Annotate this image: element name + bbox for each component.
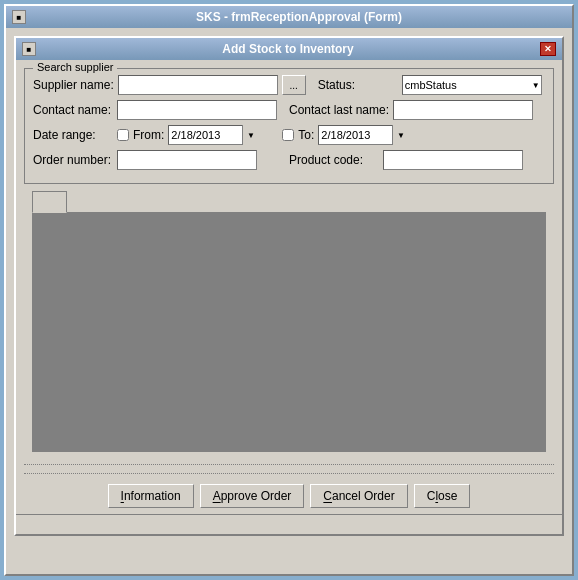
close-label: Close xyxy=(427,489,458,503)
contact-row: Contact name: Contact last name: xyxy=(33,100,545,120)
contact-last-input[interactable] xyxy=(393,100,533,120)
order-label: Order number: xyxy=(33,153,113,167)
inner-title-text: Add Stock to Inventory xyxy=(42,42,534,56)
tab-area xyxy=(32,190,546,452)
order-row: Order number: Product code: xyxy=(33,150,545,170)
status-select[interactable]: cmbStatus xyxy=(402,75,542,95)
dotted-separator xyxy=(24,464,554,474)
date-range-label: Date range: xyxy=(33,128,113,142)
approve-order-label: Approve Order xyxy=(213,489,292,503)
contact-last-label: Contact last name: xyxy=(289,103,389,117)
close-button[interactable]: Close xyxy=(414,484,471,508)
inner-title-bar: ■ Add Stock to Inventory ✕ xyxy=(16,38,562,60)
outer-window-icon: ■ xyxy=(12,10,26,24)
button-row: Information Approve Order Cancel Order C… xyxy=(16,478,562,514)
from-date-dropdown-icon[interactable]: ▼ xyxy=(242,125,258,145)
inner-window-icon: ■ xyxy=(22,42,36,56)
order-input[interactable] xyxy=(117,150,257,170)
form-body: Search supplier Supplier name: ... Statu… xyxy=(16,60,562,460)
cancel-order-button[interactable]: Cancel Order xyxy=(310,484,407,508)
outer-window: ■ SKS - frmReceptionApproval (Form) ■ Ad… xyxy=(4,4,574,576)
to-date-wrapper: ▼ xyxy=(318,125,408,145)
from-date-wrapper: ▼ xyxy=(168,125,258,145)
to-date-dropdown-icon[interactable]: ▼ xyxy=(392,125,408,145)
to-checkbox[interactable] xyxy=(282,129,294,141)
from-checkbox[interactable] xyxy=(117,129,129,141)
approve-order-button[interactable]: Approve Order xyxy=(200,484,305,508)
tab-strip xyxy=(32,190,546,212)
status-bar xyxy=(16,514,562,534)
information-button-label: Information xyxy=(121,489,181,503)
close-icon[interactable]: ✕ xyxy=(540,42,556,56)
search-group-legend: Search supplier xyxy=(33,61,117,73)
tab-content xyxy=(32,212,546,452)
from-label: From: xyxy=(133,128,164,142)
status-label: Status: xyxy=(318,78,398,92)
supplier-input[interactable] xyxy=(118,75,278,95)
information-i-underline: Information xyxy=(121,489,181,503)
status-select-wrapper: cmbStatus xyxy=(402,75,542,95)
main-tab[interactable] xyxy=(32,191,67,213)
contact-label: Contact name: xyxy=(33,103,113,117)
search-group: Search supplier Supplier name: ... Statu… xyxy=(24,68,554,184)
supplier-row: Supplier name: ... Status: cmbStatus xyxy=(33,75,545,95)
cancel-order-label: Cancel Order xyxy=(323,489,394,503)
product-code-input[interactable] xyxy=(383,150,523,170)
information-button[interactable]: Information xyxy=(108,484,194,508)
contact-input[interactable] xyxy=(117,100,277,120)
tab-label xyxy=(43,195,56,209)
outer-title-text: SKS - frmReceptionApproval (Form) xyxy=(32,10,566,24)
to-label: To: xyxy=(298,128,314,142)
date-range-row: Date range: From: ▼ To: ▼ xyxy=(33,125,545,145)
supplier-label: Supplier name: xyxy=(33,78,114,92)
product-code-label: Product code: xyxy=(289,153,379,167)
inner-window: ■ Add Stock to Inventory ✕ Search suppli… xyxy=(14,36,564,536)
outer-title-bar: ■ SKS - frmReceptionApproval (Form) xyxy=(6,6,572,28)
browse-button[interactable]: ... xyxy=(282,75,306,95)
